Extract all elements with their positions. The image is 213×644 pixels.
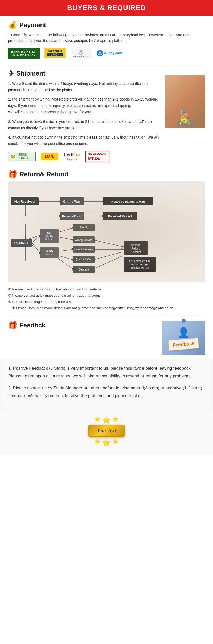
feedback-sign: Feedback — [168, 338, 199, 351]
star-center: ⭐ — [102, 416, 111, 425]
bank-transfer-logo: BANK TRANSFER INTERNATIONAL — [8, 48, 40, 59]
star-decorations: ⭐ ⭐ ⭐ — [94, 416, 119, 425]
dhl-logo: DHL — [41, 153, 58, 160]
feedback-section: 🎁 Feedbck 👤 Feedback — [0, 316, 213, 355]
refund-notes: ① Please check the tracking in formation… — [8, 286, 205, 311]
refund-note-4: ④ Please Note: Men made defects are not … — [8, 305, 205, 311]
feedback-header: 🎁 Feedbck 👤 Feedback — [8, 321, 205, 355]
refund-title-text: Return& Refund — [19, 171, 68, 178]
refund-title: 🎁 Return& Refund — [8, 170, 205, 179]
feedback-image: 👤 Feedback — [162, 321, 205, 355]
page-header: BUYERS & REQUIRED — [0, 0, 213, 16]
fedex-logo: FedEx® Express — [64, 152, 80, 161]
feedback-title-text: Feedbck — [19, 322, 45, 329]
badge-container: Your Text — [88, 425, 125, 437]
moneybookers-text: moneybookers — [73, 55, 89, 58]
bank-transfer-text: BANK TRANSFER — [11, 50, 36, 53]
feedback-title: 🎁 Feedbck — [8, 321, 162, 330]
feedback-pin — [182, 319, 186, 322]
flowchart-container: Not Received On the Way Please be patien… — [8, 181, 205, 282]
chinapost-logo: ✉ 中国邮政 CHINA POST — [8, 152, 36, 161]
moneybookers-logo: ◎ moneybookers — [71, 47, 92, 59]
shipment-logos: ✉ 中国邮政 CHINA POST DHL FedEx® Express SF … — [8, 151, 205, 162]
payment-description: 1.Generally, we accept the following pay… — [8, 32, 205, 44]
fedex-text: FedEx® — [64, 152, 80, 158]
feedback-icon: 🎁 — [8, 321, 17, 330]
payment-title: 💰 Payment — [8, 20, 205, 29]
feedback-content: 1. Positive Feedback (5 Stars) is very i… — [0, 359, 213, 409]
refund-note-1: ① Please check the tracking in formation… — [8, 286, 205, 292]
badge-wrapper: ⭐ ⭐ ⭐ Your Text ⭐ ⭐ ⭐ — [88, 415, 125, 447]
header-title: BUYERS & REQUIRED — [67, 4, 146, 12]
shipment-para2: 2.The shipment by China Post Registered … — [8, 96, 162, 115]
western-union-logo: WESTERN UNION — [44, 48, 66, 58]
alipay-text: Alipay.com — [104, 51, 122, 55]
star-left-small: ⭐ — [94, 416, 101, 425]
payment-section: 💰 Payment 1.Generally, we accept the fol… — [0, 16, 213, 64]
delivery-person-image: 🚴 — [165, 75, 205, 128]
payment-title-text: Payment — [19, 21, 46, 29]
badge-text: Your Text — [97, 428, 116, 433]
refund-note-2: ② Please contact us by meesage, e-mail, … — [8, 292, 205, 298]
star-right-small: ⭐ — [112, 416, 119, 425]
alipay-icon: 支 — [97, 50, 103, 56]
star-bc: ⭐ — [102, 438, 111, 447]
star-decorations-bottom: ⭐ ⭐ ⭐ — [94, 438, 119, 447]
shipment-section: ✈ Shipment 🚴 1. We will sent the items w… — [0, 64, 213, 165]
fedex-sub-text: Express — [64, 158, 80, 161]
refund-section: 🎁 Return& Refund — [0, 165, 213, 316]
payment-logos: BANK TRANSFER INTERNATIONAL WESTERN UNIO… — [8, 47, 205, 59]
sf-logo: SF EXPRESS 顺丰速运 — [85, 151, 109, 162]
shipment-title-text: Shipment — [16, 70, 45, 77]
shipment-para3: 3. When you receive the items you ordere… — [8, 119, 162, 131]
shipment-para1: 1. We will sent the items within 2-5days… — [8, 81, 162, 93]
feedback-para1: 1. Positive Feedback (5 Stars) is very i… — [8, 365, 205, 380]
star-br: ⭐ — [112, 438, 119, 447]
shipment-icon: ✈ — [8, 69, 14, 78]
refund-note-3: ③ Check the package and Item, carefully. — [8, 299, 205, 305]
payment-icon: 💰 — [8, 20, 17, 29]
alipay-logo: 支 Alipay.com — [97, 50, 122, 56]
feedback-person: 👤 Feedback — [169, 327, 199, 350]
flowchart-bg — [8, 181, 205, 282]
sf-text: SF EXPRESS 顺丰速运 — [88, 152, 106, 161]
chinapost-text: 中国邮政 CHINA POST — [17, 153, 33, 160]
bottom-badge: ⭐ ⭐ ⭐ Your Text ⭐ ⭐ ⭐ — [0, 409, 213, 455]
refund-icon: 🎁 — [8, 170, 17, 179]
bank-transfer-sub: INTERNATIONAL — [11, 53, 36, 56]
star-bl: ⭐ — [94, 438, 101, 447]
feedback-para2: 2. Please contact us by Trade Manager or… — [8, 384, 205, 400]
shipment-para4: 4. If you have not got it within the shi… — [8, 134, 162, 147]
